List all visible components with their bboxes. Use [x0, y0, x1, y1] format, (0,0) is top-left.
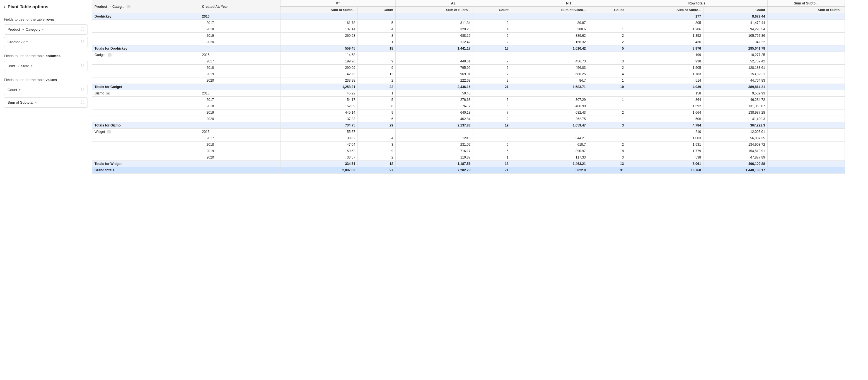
created-at-pill[interactable]: Created At ▾ ⠿ [4, 37, 88, 47]
table-cell: 2 [588, 109, 626, 116]
values-label: Fields to use for the table values [4, 78, 88, 82]
table-cell: 46,284.72 [704, 97, 768, 103]
table-row-year: 2017 [199, 58, 280, 65]
table-cell: 9,539.93 [704, 90, 768, 97]
table-cell: 686.25 [511, 71, 588, 77]
table-cell: 5 [358, 20, 396, 26]
table-cell: 307.29 [511, 97, 588, 103]
table-cell: 18 [473, 161, 511, 167]
col-rt-sum2: Sum of Subto... [767, 7, 844, 13]
table-cell [588, 20, 626, 26]
table-cell [588, 103, 626, 109]
table-cell: 2 [588, 141, 626, 148]
table-cell: 7 [473, 71, 511, 77]
table-cell: 10,277.25 [704, 52, 768, 58]
table-cell: 161.78 [280, 20, 358, 26]
table-cell [358, 13, 396, 20]
table-cell [588, 52, 626, 58]
product-category-label: Product → Category [7, 27, 40, 32]
table-cell: 420.3 [280, 71, 358, 77]
table-cell: 2 [358, 154, 396, 161]
table-cell: 114.68 [280, 52, 358, 58]
table-cell: 52,759.42 [704, 58, 768, 65]
table-cell: 89.87 [511, 20, 588, 26]
table-cell: 1,352 [626, 33, 704, 39]
table-cell: 6 [358, 116, 396, 122]
table-cell: 559.45 [280, 45, 358, 52]
drag-handle-icon[interactable]: ⠿ [81, 87, 84, 93]
table-row-year: 2019 [199, 148, 280, 154]
table-cell: 864 [626, 97, 704, 103]
panel-title: Pivot Table options [7, 4, 48, 9]
table-row-category [92, 154, 200, 161]
table-cell: 117.33 [511, 154, 588, 161]
table-cell: 1,783 [626, 71, 704, 77]
table-cell: 344.21 [511, 135, 588, 141]
table-cell: 44,764.83 [704, 77, 768, 84]
table-cell: 805 [626, 20, 704, 26]
table-cell-extra [767, 167, 844, 174]
table-row-category [92, 26, 200, 33]
table-cell: 795.92 [396, 65, 473, 71]
table-cell: 7 [473, 109, 511, 116]
sum-subtotal-pill[interactable]: Sum of Subtotal ▾ ⠿ [4, 97, 88, 107]
table-cell: 2 [473, 39, 511, 45]
left-panel: ‹ Pivot Table options Fields to use for … [0, 0, 92, 380]
table-cell-extra [767, 141, 844, 148]
table-cell: 199 [626, 52, 704, 58]
table-cell: 538 [626, 154, 704, 161]
sum-subtotal-label: Sum of Subtotal [7, 100, 33, 104]
user-state-pill[interactable]: User → State ▾ ⠿ [4, 61, 88, 71]
rows-label: Fields to use for the table rows [4, 17, 88, 22]
table-cell: 1,659.47 [511, 122, 588, 129]
table-cell: 367,222.3 [704, 122, 768, 129]
table-cell: 3 [588, 154, 626, 161]
table-cell: 2 [473, 77, 511, 84]
table-cell: 32 [358, 84, 396, 90]
product-category-pill[interactable]: Product → Category ▾ ⠿ [4, 24, 88, 35]
drag-handle-icon[interactable]: ⠿ [81, 100, 84, 105]
table-cell: 448.61 [396, 58, 473, 65]
chevron-down-icon: ▾ [26, 40, 28, 44]
table-cell: 13 [473, 45, 511, 52]
table-cell [280, 13, 358, 20]
table-cell: 2 [588, 39, 626, 45]
table-cell: 7 [473, 58, 511, 65]
table-cell: 38.62 [280, 135, 358, 141]
table-cell: 688.16 [396, 33, 473, 39]
table-cell: 682.43 [511, 109, 588, 116]
table-cell: 3 [588, 58, 626, 65]
table-cell: 9 [358, 148, 396, 154]
table-cell: 18,760 [626, 167, 704, 174]
panel-header: ‹ Pivot Table options [4, 4, 88, 9]
table-cell-extra [767, 39, 844, 45]
user-state-label: User → State [7, 64, 29, 68]
col-group-nh: NH [511, 0, 626, 7]
col-group-vt: VT [280, 0, 396, 7]
drag-handle-icon[interactable]: ⠿ [81, 27, 84, 32]
table-cell-extra [767, 129, 844, 135]
table-cell: 290.09 [280, 65, 358, 71]
table-cell: 1 [358, 90, 396, 97]
table-cell: 112.42 [396, 39, 473, 45]
table-row-year [199, 84, 280, 90]
table-cell [588, 129, 626, 135]
col-az-sum: Sum of Subto... [396, 7, 473, 13]
table-cell: 1,463.21 [511, 161, 588, 167]
table-row-year: 2016 [199, 129, 280, 135]
table-row-category: Totals for Doohickey [92, 45, 200, 52]
table-cell-extra [767, 65, 844, 71]
table-cell: 199.26 [280, 58, 358, 65]
table-cell: 1,592 [626, 103, 704, 109]
table-row-category: Gizmo − [92, 90, 200, 97]
back-arrow-icon[interactable]: ‹ [4, 4, 5, 9]
table-cell-extra [767, 33, 844, 39]
drag-handle-icon[interactable]: ⠿ [81, 39, 84, 44]
count-label: Count [7, 88, 17, 92]
count-pill[interactable]: Count ▾ ⠿ [4, 85, 88, 95]
table-cell-extra [767, 71, 844, 77]
drag-handle-icon[interactable]: ⠿ [81, 63, 84, 69]
chevron-down-icon: ▾ [42, 28, 44, 31]
table-cell [588, 116, 626, 122]
col-rt-sum: Sum of Subto... [626, 7, 704, 13]
